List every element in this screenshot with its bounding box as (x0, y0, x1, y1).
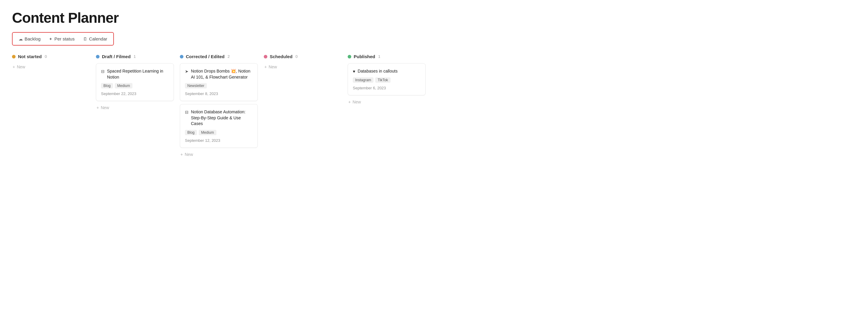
card-title: Databases in callouts (358, 68, 397, 75)
status-label-not-started: Not started (18, 54, 42, 59)
tag-medium: Medium (115, 83, 132, 88)
plus-icon: + (180, 152, 183, 157)
card-title: Spaced Repetition Learning in Notion (107, 68, 169, 80)
new-button-scheduled[interactable]: + New (264, 63, 342, 70)
new-button-draft-filmed[interactable]: + New (96, 104, 174, 111)
tag-instagram: Instagram (353, 77, 373, 83)
arrow-icon: ➤ (185, 69, 188, 74)
card-tags: Blog Medium (101, 83, 169, 88)
status-count-not-started: 0 (45, 54, 47, 59)
tag-newsletter: Newsletter (185, 83, 207, 88)
status-label-published: Published (354, 54, 375, 59)
status-label-draft-filmed: Draft / Filmed (102, 54, 131, 59)
status-label-corrected-edited: Corrected / Edited (186, 54, 224, 59)
card-title-row: ➤ Notion Drops Bombs 💥, Notion AI 101, &… (185, 68, 253, 80)
card-date: September 12, 2023 (185, 138, 253, 143)
status-dot-published (348, 55, 351, 58)
card-date: September 22, 2023 (101, 91, 169, 96)
new-label: New (352, 99, 361, 104)
plus-icon: + (265, 64, 267, 69)
tab-per-status-label: Per status (54, 36, 74, 41)
board: Not started 0 + New Draft / Filmed 1 ⊟ S… (12, 54, 856, 158)
card-title-row: ⊟ Notion Database Automation: Step-By-St… (185, 109, 253, 127)
tag-tiktok: TikTok (375, 77, 390, 83)
tab-calendar-label: Calendar (89, 36, 107, 41)
card-title: Notion Drops Bombs 💥, Notion AI 101, & F… (191, 68, 253, 80)
tag-blog: Blog (185, 130, 197, 135)
status-dot-draft-filmed (96, 55, 99, 58)
new-button-published[interactable]: + New (348, 98, 426, 106)
document-icon: ⊟ (101, 69, 104, 74)
status-count-draft-filmed: 1 (134, 54, 136, 59)
status-label-scheduled: Scheduled (270, 54, 292, 59)
view-tabs: ☁ Backlog ✦ Per status 🗓 Calendar (12, 32, 114, 46)
card-title: Notion Database Automation: Step-By-Step… (191, 109, 253, 127)
status-count-scheduled: 0 (296, 54, 298, 59)
new-label: New (101, 105, 109, 110)
column-header-draft-filmed: Draft / Filmed 1 (96, 54, 174, 59)
card-date: September 8, 2023 (185, 91, 253, 96)
column-header-corrected-edited: Corrected / Edited 2 (180, 54, 258, 59)
calendar-icon: 🗓 (83, 36, 87, 41)
card-title-row: ⊟ Spaced Repetition Learning in Notion (101, 68, 169, 80)
card-databases-in-callouts[interactable]: ♥ Databases in callouts Instagram TikTok… (348, 63, 426, 95)
card-notion-drops-bombs[interactable]: ➤ Notion Drops Bombs 💥, Notion AI 101, &… (180, 63, 258, 101)
plus-icon: + (12, 64, 15, 69)
tab-backlog-label: Backlog (25, 36, 40, 41)
column-scheduled: Scheduled 0 + New (264, 54, 342, 70)
tab-calendar[interactable]: 🗓 Calendar (80, 34, 111, 43)
status-dot-corrected-edited (180, 55, 183, 58)
new-button-corrected-edited[interactable]: + New (180, 151, 258, 158)
tab-backlog[interactable]: ☁ Backlog (15, 34, 44, 43)
new-button-not-started[interactable]: + New (12, 63, 90, 70)
tab-per-status[interactable]: ✦ Per status (45, 34, 78, 43)
card-tags: Newsletter (185, 83, 253, 88)
column-header-not-started: Not started 0 (12, 54, 90, 59)
column-not-started: Not started 0 + New (12, 54, 90, 70)
status-dot-scheduled (264, 55, 267, 58)
tag-blog: Blog (101, 83, 113, 88)
status-count-corrected-edited: 2 (227, 54, 229, 59)
column-published: Published 1 ♥ Databases in callouts Inst… (348, 54, 426, 106)
column-header-published: Published 1 (348, 54, 426, 59)
card-spaced-repetition[interactable]: ⊟ Spaced Repetition Learning in Notion B… (96, 63, 174, 101)
page-title: Content Planner (12, 9, 856, 26)
heart-icon: ♥ (353, 69, 355, 74)
tag-medium: Medium (199, 130, 216, 135)
card-title-row: ♥ Databases in callouts (353, 68, 421, 75)
per-status-icon: ✦ (49, 36, 53, 41)
card-tags: Blog Medium (185, 130, 253, 135)
plus-icon: + (96, 105, 99, 110)
new-label: New (185, 152, 193, 157)
card-date: September 6, 2023 (353, 86, 421, 90)
new-label: New (269, 64, 277, 69)
status-dot-not-started (12, 55, 16, 58)
card-notion-database-automation[interactable]: ⊟ Notion Database Automation: Step-By-St… (180, 104, 258, 148)
column-header-scheduled: Scheduled 0 (264, 54, 342, 59)
plus-icon: + (348, 99, 351, 104)
backlog-icon: ☁ (19, 36, 23, 41)
column-draft-filmed: Draft / Filmed 1 ⊟ Spaced Repetition Lea… (96, 54, 174, 111)
document-icon: ⊟ (185, 110, 188, 115)
card-tags: Instagram TikTok (353, 77, 421, 83)
new-label: New (17, 64, 25, 69)
status-count-published: 1 (378, 54, 380, 59)
column-corrected-edited: Corrected / Edited 2 ➤ Notion Drops Bomb… (180, 54, 258, 158)
